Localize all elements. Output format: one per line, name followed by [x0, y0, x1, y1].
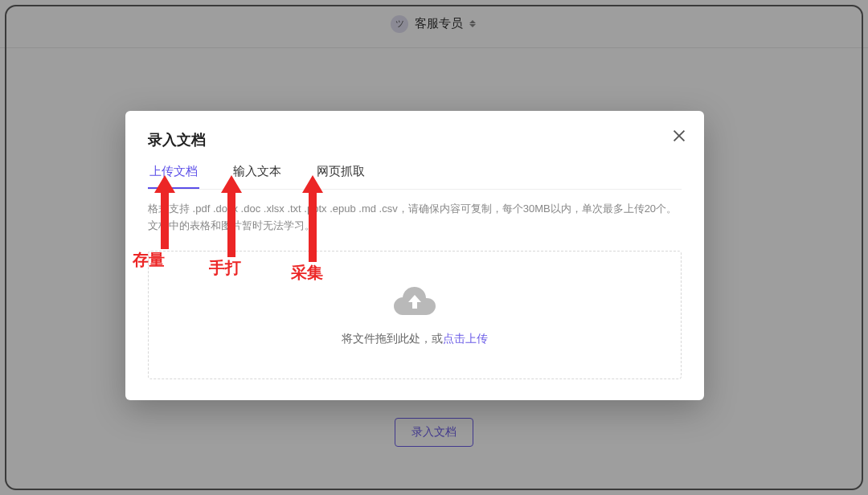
help-line-2: 文档中的表格和图片暂时无法学习。: [148, 219, 315, 231]
upload-link[interactable]: 点击上传: [443, 332, 488, 345]
close-icon[interactable]: [670, 127, 688, 145]
tab-web-scrape[interactable]: 网页抓取: [315, 164, 366, 189]
modal-title: 录入文档: [148, 130, 682, 149]
cloud-upload-icon: [394, 284, 436, 321]
tab-upload-doc[interactable]: 上传文档: [148, 164, 199, 189]
modal-tabs: 上传文档 输入文本 网页抓取: [148, 164, 682, 190]
tab-input-text[interactable]: 输入文本: [231, 164, 283, 189]
file-dropzone[interactable]: 将文件拖到此处，或点击上传: [148, 251, 682, 379]
import-modal: 录入文档 上传文档 输入文本 网页抓取 格式支持 .pdf .docx .doc…: [125, 111, 704, 400]
dropzone-prefix: 将文件拖到此处，或: [342, 332, 443, 345]
format-help-text: 格式支持 .pdf .docx .doc .xlsx .txt .pptx .e…: [148, 201, 682, 235]
help-line-1: 格式支持 .pdf .docx .doc .xlsx .txt .pptx .e…: [148, 202, 677, 215]
dropzone-text: 将文件拖到此处，或点击上传: [342, 332, 488, 346]
